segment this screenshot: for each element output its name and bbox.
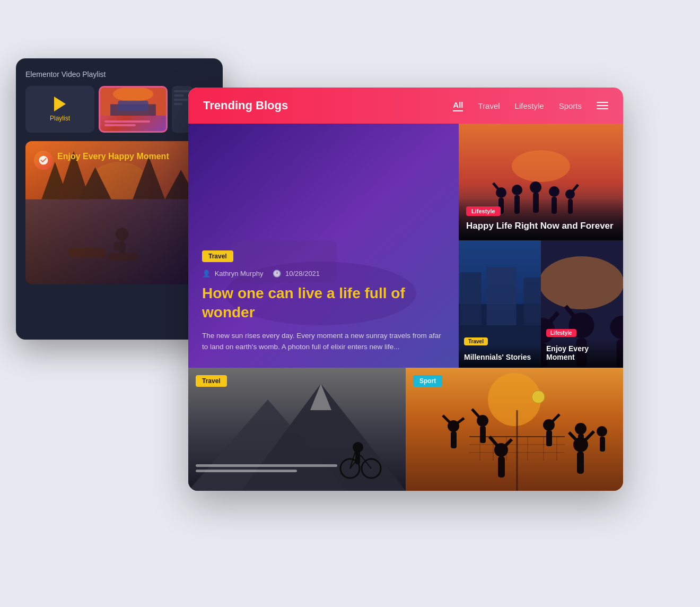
blog-top-grid: Travel 👤 Kathryn Murphy 🕐 10/28/2021 How…	[188, 124, 623, 368]
big-article-tag: Travel	[202, 250, 233, 262]
mini-card-millennials-overlay: Travel Millennials' Stories	[459, 329, 541, 368]
nav-item-travel[interactable]: Travel	[478, 101, 500, 110]
trending-blogs-card: Trending Blogs All Travel Lifestyle Spor…	[188, 88, 623, 491]
svg-rect-96	[577, 452, 584, 474]
svg-rect-78	[451, 431, 457, 448]
svg-point-24	[512, 185, 522, 195]
playlist-label: Playlist	[50, 115, 70, 122]
playlist-play-thumb[interactable]: Playlist	[25, 86, 94, 133]
mini-card-millennials[interactable]: Travel Millennials' Stories	[459, 240, 541, 368]
playlist-card-title: Elementor Video Playlist	[25, 70, 213, 79]
big-article-meta: 👤 Kathryn Murphy 🕐 10/28/2021	[202, 270, 445, 278]
hamburger-line-3	[597, 108, 608, 109]
blog-nav: All Travel Lifestyle Sports	[453, 100, 608, 111]
blog-header-title: Trending Blogs	[203, 99, 288, 112]
right-top-overlay: Lifestyle Happy Life Right Now and Forev…	[459, 197, 623, 240]
svg-rect-3	[118, 101, 148, 111]
svg-rect-38	[487, 267, 517, 325]
bottom-card-sport[interactable]: Sport	[406, 368, 623, 491]
svg-rect-37	[460, 272, 482, 325]
hamburger-menu[interactable]	[597, 102, 608, 109]
user-icon: 👤	[202, 270, 211, 278]
right-top-card[interactable]: Lifestyle Happy Life Right Now and Forev…	[459, 124, 623, 240]
big-article[interactable]: Travel 👤 Kathryn Murphy 🕐 10/28/2021 How…	[188, 124, 459, 368]
mini-card-enjoy[interactable]: Lifestyle Enjoy Every Moment	[541, 240, 623, 368]
big-article-title: How one can live a life full of wonder	[202, 284, 445, 323]
right-top-tag: Lifestyle	[466, 206, 501, 216]
mini-card-enjoy-title: Enjoy Every Moment	[546, 344, 618, 361]
svg-point-87	[575, 423, 587, 435]
svg-rect-82	[480, 426, 486, 443]
mini-tag-lifestyle: Lifestyle	[546, 329, 576, 337]
svg-point-21	[512, 150, 570, 182]
bottom-card-bar	[196, 464, 398, 475]
banner-image: Enjoy Every Happy Moment	[25, 141, 213, 284]
banner-text: Enjoy Every Happy Moment	[57, 152, 169, 161]
svg-rect-90	[600, 437, 605, 452]
big-article-excerpt: The new sun rises every day. Every momen…	[202, 330, 445, 353]
svg-rect-92	[498, 456, 505, 478]
nav-item-sports[interactable]: Sports	[559, 101, 582, 110]
bottom-tag-sport: Sport	[413, 375, 442, 387]
right-column: Lifestyle Happy Life Right Now and Forev…	[459, 124, 623, 368]
svg-point-28	[549, 186, 559, 197]
right-top-title: Happy Life Right Now and Forever	[466, 220, 616, 232]
nav-item-all[interactable]: All	[453, 100, 463, 111]
big-article-content: Travel 👤 Kathryn Murphy 🕐 10/28/2021 How…	[202, 250, 445, 353]
nav-item-lifestyle[interactable]: Lifestyle	[515, 101, 544, 110]
right-bottom-cards: Travel Millennials' Stories	[459, 240, 623, 368]
clock-icon: 🕐	[273, 270, 281, 278]
svg-point-89	[597, 426, 607, 437]
mini-tag-travel: Travel	[464, 337, 488, 345]
hamburger-line-2	[597, 105, 608, 106]
svg-point-76	[532, 391, 545, 403]
blog-header: Trending Blogs All Travel Lifestyle Spor…	[188, 88, 623, 124]
playlist-selected-thumb[interactable]	[99, 86, 168, 133]
bottom-tag-travel: Travel	[196, 375, 227, 387]
hamburger-line-1	[597, 102, 608, 103]
svg-rect-39	[524, 278, 541, 325]
author-meta: 👤 Kathryn Murphy	[202, 270, 263, 278]
mini-card-millennials-title: Millennials' Stories	[464, 353, 536, 361]
svg-point-26	[530, 181, 541, 193]
mini-card-enjoy-overlay: Lifestyle Enjoy Every Moment	[541, 321, 623, 368]
svg-rect-85	[546, 430, 552, 446]
blog-bottom-grid: Travel	[188, 368, 623, 491]
playlist-thumbnails: Playlist	[25, 86, 213, 133]
svg-point-42	[541, 256, 623, 309]
banner-logo	[34, 151, 53, 170]
play-icon	[54, 97, 66, 111]
bottom-card-travel[interactable]: Travel	[188, 368, 406, 491]
date-meta: 🕐 10/28/2021	[273, 270, 320, 278]
